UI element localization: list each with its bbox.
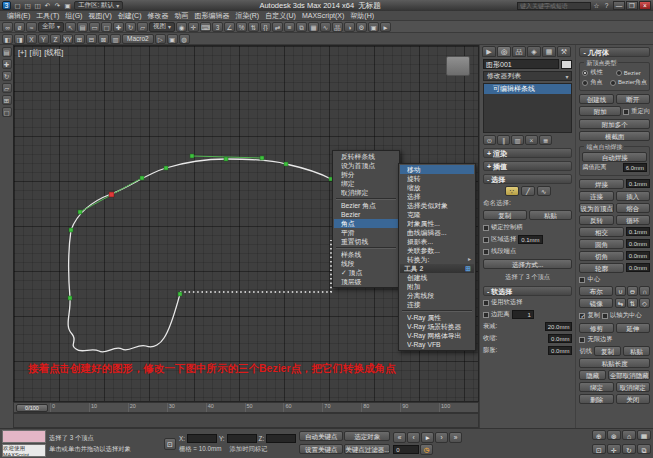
track-bar[interactable] <box>13 413 479 428</box>
z-coordinate-field[interactable] <box>266 434 296 443</box>
object-name-field[interactable]: 图形001 <box>483 59 559 69</box>
maximize-viewport-toggle-icon[interactable]: ⧉ <box>637 444 651 454</box>
fillet-button[interactable]: 圆角 <box>579 239 623 249</box>
spinner-snap-icon[interactable]: ⇅ <box>248 22 259 32</box>
unbind-button[interactable]: 取消绑定 <box>616 382 650 392</box>
side-toolbar-icon-2[interactable]: ✚ <box>2 59 12 69</box>
context-menu-item[interactable]: 移动 <box>400 165 474 174</box>
context-menu-item[interactable]: V-Ray VFB <box>400 340 474 349</box>
toolbar2-icon-11[interactable]: ▷ <box>155 34 166 44</box>
hide-button[interactable]: 隐藏 <box>579 370 606 380</box>
edge-distance-checkbox[interactable] <box>483 312 489 318</box>
menu-item[interactable]: 工具(T) <box>33 11 62 21</box>
context-menu-item[interactable]: 顶层级 <box>334 277 398 286</box>
window-crossing-icon[interactable]: ▢ <box>101 22 112 32</box>
menu-item[interactable]: 编辑(E) <box>4 11 33 21</box>
viewport-pov-menu[interactable]: [前] <box>30 48 42 58</box>
help-search-input[interactable] <box>517 2 591 10</box>
remove-modifier-icon[interactable]: × <box>525 135 538 145</box>
zoom-extents-all-icon[interactable]: ▦ <box>637 430 651 440</box>
go-to-end-button[interactable]: » <box>449 432 462 443</box>
extend-button[interactable]: 延伸 <box>616 323 650 333</box>
snap-toolbar-icon-1[interactable]: ◧ <box>2 34 13 44</box>
delete-button[interactable]: 删除 <box>579 394 613 404</box>
axis-constraint-x-icon[interactable]: X <box>26 34 37 44</box>
tangent-copy-button[interactable]: 复制 <box>594 346 621 356</box>
toolbar2-icon-7[interactable]: ⊞ <box>74 34 85 44</box>
selection-filter-dropdown[interactable]: 全部▾ <box>38 22 64 32</box>
toolbar2-icon-10[interactable]: ▥ <box>110 34 121 44</box>
connect-button[interactable]: 连接 <box>579 191 613 201</box>
render-setup-icon[interactable]: ⚙ <box>356 22 367 32</box>
previous-frame-button[interactable]: ‹ <box>407 432 420 443</box>
trim-button[interactable]: 修剪 <box>579 323 613 333</box>
rollout-interpolation[interactable]: + 插值 <box>483 161 572 171</box>
context-menu-item[interactable]: V-Ray 属性 <box>400 313 474 322</box>
material-editor-icon[interactable]: ◑ <box>344 22 355 32</box>
paste-length-button[interactable]: 粘贴长度 <box>579 358 650 368</box>
context-menu-item[interactable] <box>402 310 472 312</box>
orbit-icon[interactable]: ↻ <box>622 444 636 454</box>
tab-create[interactable]: ▶ <box>482 46 496 57</box>
mirror-icon[interactable]: ⇄ <box>272 22 283 32</box>
rollout-soft-selection[interactable]: - 软选择 <box>483 286 572 296</box>
area-selection-checkbox[interactable] <box>483 237 489 243</box>
undo-icon[interactable]: ↶ <box>43 1 52 10</box>
radio-new-vertex-corner[interactable] <box>582 80 588 86</box>
reference-coordinate-dropdown[interactable]: 视图▾ <box>149 22 175 32</box>
boolean-button[interactable]: 布尔 <box>579 286 613 296</box>
zoom-extents-icon[interactable]: ⌂ <box>622 430 636 440</box>
use-soft-selection-checkbox[interactable] <box>483 300 489 306</box>
context-menu-item[interactable]: 选择类似对象 <box>400 201 474 210</box>
bind-to-space-warp-icon[interactable]: ≈ <box>26 22 37 32</box>
menu-item[interactable]: 帮助(H) <box>347 11 377 21</box>
toolbar2-icon-9[interactable]: ⊠ <box>98 34 109 44</box>
weld-threshold-field[interactable]: 6.0mm <box>623 163 647 172</box>
rendered-frame-window-icon[interactable]: ▣ <box>368 22 379 32</box>
context-menu-item[interactable]: 转换为:▸ <box>400 255 474 264</box>
use-pivot-point-center-icon[interactable]: ◉ <box>176 22 187 32</box>
pan-view-icon[interactable]: ✛ <box>607 444 621 454</box>
tab-hierarchy[interactable]: 品 <box>512 46 526 57</box>
tangent-paste-button[interactable]: 粘贴 <box>623 346 650 356</box>
outline-field[interactable]: 0.0mm <box>626 263 650 272</box>
make-unique-icon[interactable]: ▥ <box>511 135 524 145</box>
macro-recorder-pane[interactable] <box>2 430 46 443</box>
segment-end-checkbox[interactable] <box>483 249 489 255</box>
context-menu-item[interactable]: 附加 <box>400 282 474 291</box>
chamfer-button[interactable]: 切角 <box>579 251 623 261</box>
context-menu-item[interactable] <box>336 198 396 200</box>
show-end-result-icon[interactable]: ∥ <box>497 135 510 145</box>
side-toolbar-icon-3[interactable]: ↻ <box>2 71 12 81</box>
selection-set-dropdown[interactable]: 选定对象 <box>344 431 390 441</box>
cross-insert-field[interactable]: 0.1mm <box>626 227 650 236</box>
time-slider[interactable]: 0/100 0102030405060708090100 <box>13 402 479 413</box>
zoom-icon[interactable]: ⊕ <box>592 430 606 440</box>
menu-item[interactable]: MAXScript(X) <box>299 12 347 19</box>
menu-item[interactable]: 创建(C) <box>115 11 145 21</box>
rollout-geometry[interactable]: - 几何体 <box>579 47 650 57</box>
rectangular-selection-region-icon[interactable]: ▭ <box>89 22 100 32</box>
context-menu-item[interactable]: ✓ 顶点 <box>334 268 398 277</box>
ribbon-toggle-icon[interactable]: ▦ <box>308 22 319 32</box>
snaps-toggle-icon[interactable]: 3 <box>212 22 223 32</box>
context-menu-item[interactable]: 重置切线 <box>334 237 398 246</box>
side-toolbar-icon-5[interactable]: ⊞ <box>2 95 12 105</box>
named-paste-button[interactable]: 粘贴 <box>529 210 573 220</box>
rollout-rendering[interactable]: + 渲染 <box>483 148 572 158</box>
outline-button[interactable]: 轮廓 <box>579 263 623 273</box>
snap-toolbar-icon-2[interactable]: ◨ <box>14 34 25 44</box>
object-color-swatch[interactable] <box>561 60 572 69</box>
toolbar2-icon-12[interactable]: ▣ <box>167 34 178 44</box>
play-button[interactable]: ► <box>421 432 434 443</box>
side-toolbar-icon-4[interactable]: ▱ <box>2 83 12 93</box>
maximize-button[interactable]: ❐ <box>626 1 638 10</box>
toolbar2-icon-8[interactable]: ⊟ <box>86 34 97 44</box>
viewport[interactable]: [+] [前] [线框] 接着点击创建好的图形，修改一下图中所示的三个Bezie… <box>13 45 479 402</box>
bind-button[interactable]: 绑定 <box>579 382 613 392</box>
named-copy-button[interactable]: 复制 <box>483 210 527 220</box>
current-frame-field[interactable]: 0 <box>393 445 419 454</box>
select-and-rotate-icon[interactable]: ↻ <box>125 22 136 32</box>
save-file-icon[interactable]: ◫ <box>33 1 42 10</box>
context-menu-item[interactable]: 关联参数... <box>400 246 474 255</box>
